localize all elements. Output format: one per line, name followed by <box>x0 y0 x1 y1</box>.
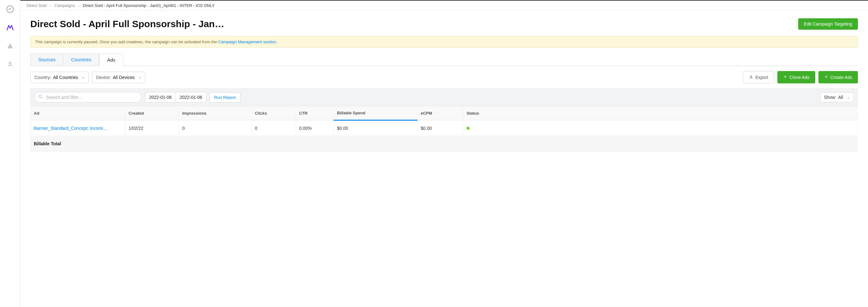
show-label: Show: <box>824 95 836 100</box>
plus-icon <box>783 74 787 80</box>
device-value: All Devices <box>113 75 134 80</box>
device-select[interactable]: Device: All Devices ⌄ <box>92 72 145 83</box>
clone-label: Clone Ads <box>789 75 810 80</box>
col-header-ctr[interactable]: CTR <box>296 106 334 120</box>
date-to[interactable]: 2022-01-06 <box>176 92 207 103</box>
ad-link[interactable]: Banner_Standard_Concept: Incoming C <box>34 126 110 131</box>
nav-icon-m[interactable] <box>5 22 16 33</box>
breadcrumb-item[interactable]: Direct Sold <box>27 3 47 8</box>
edit-targeting-button[interactable]: Edit Campaign Targeting <box>798 18 858 30</box>
total-label: Billable Total <box>31 136 125 152</box>
tab-countries[interactable]: Countries <box>63 53 99 66</box>
chevron-right-icon: › <box>78 3 80 8</box>
nav-icon-triangle[interactable] <box>5 40 16 51</box>
page-title: Direct Sold - April Full Sponsorship - J… <box>30 19 226 29</box>
cell-ctr: 0.00% <box>296 120 334 136</box>
table-row: Banner_Standard_Concept: Incoming C 1/02… <box>31 120 858 136</box>
col-header-ad[interactable]: Ad <box>31 106 125 120</box>
breadcrumb: Direct Sold › Campaigns › Direct Sold - … <box>27 3 862 8</box>
col-header-status[interactable]: Status <box>463 106 858 120</box>
col-header-impressions[interactable]: Impressions <box>179 106 252 120</box>
col-header-spend[interactable]: Billable Spend <box>334 106 417 120</box>
export-label: Export <box>755 75 768 80</box>
chevron-down-icon: ⌄ <box>847 95 850 99</box>
show-value: All <box>838 95 843 100</box>
col-header-created[interactable]: Created <box>125 106 179 120</box>
tabs: Sources Countries Ads <box>30 53 858 66</box>
total-row: Billable Total <box>31 136 858 152</box>
topbar: Direct Sold › Campaigns › Direct Sold - … <box>20 0 868 11</box>
plus-icon <box>824 74 829 80</box>
notice-text: This campaign is currently paused. Once … <box>35 39 218 44</box>
search-input[interactable] <box>34 92 142 103</box>
chevron-down-icon: ⌄ <box>138 75 141 79</box>
date-from[interactable]: 2022-01-06 <box>145 92 176 103</box>
country-select[interactable]: Country: All Countries ⌄ <box>30 72 89 83</box>
country-value: All Countries <box>53 75 78 80</box>
report-bar: 2022-01-06 2022-01-06 Run Report Show: A… <box>30 88 858 106</box>
svg-point-1 <box>9 62 11 64</box>
cell-status <box>463 120 858 136</box>
tab-ads[interactable]: Ads <box>99 54 123 66</box>
tab-sources[interactable]: Sources <box>30 53 63 66</box>
search-icon <box>38 94 43 100</box>
country-label: Country: <box>34 75 51 80</box>
download-icon <box>749 74 753 80</box>
device-label: Device: <box>96 75 111 80</box>
notice-banner: This campaign is currently paused. Once … <box>30 36 858 48</box>
chevron-down-icon: ⌄ <box>82 75 85 79</box>
create-label: Create Ads <box>830 75 852 80</box>
col-header-clicks[interactable]: Clicks <box>252 106 296 120</box>
cell-clicks: 0 <box>252 120 296 136</box>
export-button[interactable]: Export <box>743 71 774 83</box>
logo-icon[interactable] <box>5 4 16 14</box>
ads-table: Ad Created Impressions Clicks CTR Billab… <box>30 106 858 152</box>
status-dot-icon <box>467 127 470 130</box>
chevron-right-icon: › <box>50 3 51 8</box>
create-ads-button[interactable]: Create Ads <box>818 71 858 83</box>
run-report-button[interactable]: Run Report <box>210 92 240 103</box>
breadcrumb-item[interactable]: Campaigns <box>54 3 75 8</box>
cell-created: 1/02/22 <box>125 120 179 136</box>
notice-link[interactable]: Campaign Management section <box>218 39 276 44</box>
col-header-ecpm[interactable]: eCPM <box>417 106 463 120</box>
breadcrumb-current: Direct Sold - April Full Sponsorship - J… <box>83 3 215 8</box>
left-sidebar <box>0 0 20 307</box>
cell-ecpm: $0.00 <box>417 120 463 136</box>
cell-impressions: 0 <box>179 120 252 136</box>
show-select[interactable]: Show: All ⌄ <box>820 92 854 102</box>
notice-suffix: . <box>276 39 277 44</box>
nav-icon-user[interactable] <box>5 59 16 69</box>
clone-ads-button[interactable]: Clone Ads <box>777 71 815 83</box>
cell-spend: $0.00 <box>334 120 417 136</box>
